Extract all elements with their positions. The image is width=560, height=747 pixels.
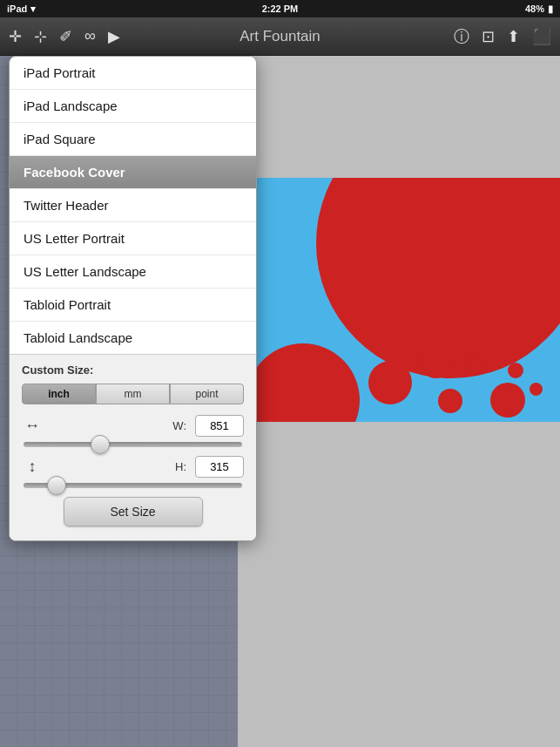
menu-list: iPad Portrait iPad Landscape iPad Square… [10,57,256,355]
unit-btn-mm[interactable]: mm [96,384,170,404]
adjust-icon[interactable]: ✛ [9,27,22,46]
play-icon[interactable]: ▶ [108,27,120,46]
width-input[interactable] [195,415,244,437]
width-slider-thumb[interactable] [91,435,110,454]
red-circle-9 [530,383,543,396]
width-row: ↔ W: [22,415,244,437]
unit-buttons: inch mm point [22,384,244,404]
unit-btn-inch[interactable]: inch [22,384,96,404]
height-slider-track[interactable] [24,483,242,488]
height-slider-row [22,483,244,488]
menu-item-ipad-portrait[interactable]: iPad Portrait [10,57,256,90]
toolbar-title: Art Fountain [240,28,320,45]
height-slider-thumb[interactable] [47,476,66,495]
red-circle-4 [421,348,451,378]
artwork [238,56,560,747]
height-input[interactable] [195,456,244,478]
red-circle-7 [490,383,525,418]
wifi-icon: ▾ [30,3,36,15]
status-left: iPad ▾ [7,3,36,15]
menu-item-ipad-square[interactable]: iPad Square [10,123,256,156]
menu-item-us-letter-portrait[interactable]: US Letter Portrait [10,222,256,255]
canvas-area: iPad Portrait iPad Landscape iPad Square… [0,56,560,747]
set-size-button[interactable]: Set Size [64,497,203,526]
status-bar: iPad ▾ 2:22 PM 48% ▮ [0,0,560,17]
red-circle-5 [438,389,462,413]
toolbar: ✛ ⊹ ✐ ∞ ▶ Art Fountain ⓘ ⊡ ⬆ ⬛ [0,17,560,56]
menu-item-tabloid-landscape[interactable]: Tabloid Landscape [10,322,256,354]
width-slider-row [22,442,244,447]
status-time: 2:22 PM [262,3,299,14]
battery-icon: ▮ [548,3,553,15]
red-circle-8 [508,363,523,378]
menu-item-us-letter-landscape[interactable]: US Letter Landscape [10,255,256,289]
height-label: H: [175,460,186,473]
toolbar-right: ⓘ ⊡ ⬆ ⬛ [454,26,551,47]
infinity-icon[interactable]: ∞ [84,27,96,45]
custom-size-section: Custom Size: inch mm point ↔ W: ↕ [10,355,256,540]
red-circle-2 [246,343,360,422]
width-label: W: [172,419,186,432]
menu-item-twitter-header[interactable]: Twitter Header [10,189,256,222]
menu-item-facebook-cover[interactable]: Facebook Cover [10,156,256,189]
width-icon: ↔ [22,417,43,435]
cart-icon[interactable]: ⊡ [482,27,495,46]
carrier-label: iPad [7,3,27,14]
menu-item-tabloid-portrait[interactable]: Tabloid Portrait [10,289,256,322]
height-icon: ↕ [22,458,43,476]
toolbar-left: ✛ ⊹ ✐ ∞ ▶ [9,27,120,46]
move-icon[interactable]: ⊹ [34,27,47,46]
width-slider-track[interactable] [24,442,242,447]
battery-label: 48% [525,3,544,14]
status-right: 48% ▮ [525,3,553,15]
custom-size-label: Custom Size: [22,363,244,377]
red-circle-6 [464,355,483,374]
share-icon[interactable]: ⬛ [532,27,551,46]
draw-icon[interactable]: ✐ [59,27,72,46]
export-icon[interactable]: ⬆ [507,27,520,46]
unit-btn-point[interactable]: point [170,384,244,404]
info-icon[interactable]: ⓘ [454,26,469,47]
red-circle-3 [368,361,412,404]
menu-item-ipad-landscape[interactable]: iPad Landscape [10,90,256,123]
height-row: ↕ H: [22,456,244,478]
dropdown-panel: iPad Portrait iPad Landscape iPad Square… [9,56,257,541]
artwork-inner [238,178,560,422]
